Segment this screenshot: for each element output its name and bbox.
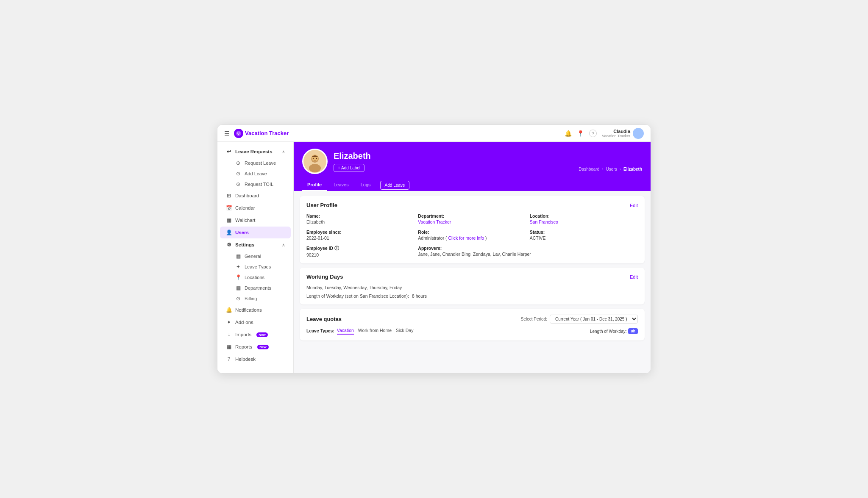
user-profile-card: User Profile Edit Name: Elizabeth Depart… — [300, 196, 645, 263]
leave-quotas-card: Leave quotas Select Period: Current Year… — [300, 309, 645, 340]
content-area: Elizabeth + Add Label Dashboard › Users … — [294, 142, 651, 373]
avatar-svg — [304, 150, 326, 172]
notification-icon[interactable]: 🔔 — [565, 130, 572, 137]
user-avatar[interactable] — [633, 128, 644, 139]
wallchart-icon: ▦ — [226, 217, 232, 223]
user-info: Claudia Vacation Tracker — [602, 128, 644, 139]
svg-point-6 — [309, 164, 321, 172]
leave-type-vacation[interactable]: Vacation — [337, 328, 354, 335]
field-name: Name: Elizabeth — [306, 213, 415, 224]
imports-badge: New — [256, 332, 267, 337]
tab-leaves[interactable]: Leaves — [328, 179, 353, 191]
breadcrumb-elizabeth: Elizabeth — [623, 167, 642, 172]
breadcrumb-area: Dashboard › Users › Elizabeth — [579, 167, 642, 174]
leave-types-icon: ✦ — [235, 264, 241, 270]
add-label-button[interactable]: + Add Label — [334, 164, 364, 172]
notifications-icon: 🔔 — [226, 307, 232, 313]
approvers-value: Jane, Jane, Chandler Bing, Zendaya, Lav,… — [418, 252, 638, 257]
period-select[interactable]: Current Year ( Jan 01 - Dec 31, 2025 ) — [550, 315, 638, 324]
breadcrumb-users[interactable]: Users — [606, 167, 617, 172]
approvers-label: Approvers: — [418, 246, 638, 251]
reports-icon: ▦ — [226, 344, 232, 350]
sidebar-item-add-leave[interactable]: ⊙ Add Leave — [232, 169, 291, 179]
profile-banner-top: Elizabeth + Add Label Dashboard › Users … — [302, 149, 642, 174]
location-value[interactable]: San Francisco — [530, 219, 638, 224]
select-period-area: Select Period: Current Year ( Jan 01 - D… — [521, 315, 638, 324]
sidebar: ↩ Leave Requests ∧ ⊙ Request Leave ⊙ Add… — [217, 142, 294, 373]
workday-badge-area: Length of Workday: 8h — [590, 328, 638, 334]
sidebar-item-users[interactable]: 👤 Users — [220, 227, 291, 238]
working-days-title: Working Days — [306, 274, 343, 280]
name-label: Name: — [306, 213, 415, 219]
location-icon[interactable]: 📍 — [577, 130, 584, 137]
sidebar-item-billing[interactable]: ⊙ Billing — [232, 293, 291, 304]
workday-length-text: Length of Workday (set on San Francisco … — [306, 293, 638, 299]
profile-fields: Name: Elizabeth Department: Vacation Tra… — [306, 213, 638, 257]
breadcrumb-dashboard[interactable]: Dashboard — [579, 167, 599, 172]
settings-icon: ⚙ — [226, 242, 232, 248]
sidebar-item-calendar[interactable]: 📅 Calendar — [220, 202, 291, 214]
sidebar-item-wallchart[interactable]: ▦ Wallchart — [220, 214, 291, 226]
profile-name-area: Elizabeth + Add Label — [334, 151, 573, 172]
sidebar-item-settings[interactable]: ⚙ Settings ∧ — [220, 239, 291, 251]
sidebar-item-dashboard[interactable]: ⊞ Dashboard — [220, 190, 291, 202]
field-employee-since: Employee since: 2022-01-01 — [306, 230, 415, 241]
leave-types-row: Leave Types: Vacation Work from Home Sic… — [306, 328, 638, 335]
working-days-edit[interactable]: Edit — [630, 274, 638, 279]
svg-point-8 — [313, 158, 314, 159]
field-department: Department: Vacation Tracker — [418, 213, 526, 224]
sidebar-item-locations[interactable]: 📍 Locations — [232, 272, 291, 282]
help-icon[interactable]: ? — [589, 130, 597, 137]
top-bar-left: ☰ V Vacation Tracker — [224, 129, 289, 138]
sidebar-item-request-leave[interactable]: ⊙ Request Leave — [232, 158, 291, 168]
working-days-text: Monday, Tuesday, Wednesday, Thursday, Fr… — [306, 285, 638, 290]
sidebar-sub-settings: ▦ General ✦ Leave Types 📍 Locations ▦ De… — [217, 251, 293, 304]
leave-type-tags: Vacation Work from Home Sick Day — [337, 328, 414, 335]
logo-area: V Vacation Tracker — [234, 129, 289, 138]
sidebar-item-departments[interactable]: ▦ Departments — [232, 283, 291, 293]
department-value[interactable]: Vacation Tracker — [418, 219, 526, 224]
profile-banner: Elizabeth + Add Label Dashboard › Users … — [294, 142, 651, 191]
sidebar-item-addons[interactable]: ✦ Add-ons — [220, 316, 291, 328]
leave-type-wfh[interactable]: Work from Home — [358, 328, 392, 335]
logo-svg: V — [236, 130, 242, 136]
sidebar-item-imports[interactable]: ↓ Imports New — [220, 329, 291, 340]
top-bar-right: 🔔 📍 ? Claudia Vacation Tracker — [565, 128, 644, 139]
sidebar-item-request-toil[interactable]: ⊙ Request TOIL — [232, 179, 291, 189]
dashboard-icon: ⊞ — [226, 193, 232, 199]
tab-profile[interactable]: Profile — [302, 179, 327, 191]
locations-icon: 📍 — [235, 274, 241, 280]
add-leave-button[interactable]: Add Leave — [380, 181, 410, 190]
tab-logs[interactable]: Logs — [356, 179, 376, 191]
cards-container: User Profile Edit Name: Elizabeth Depart… — [294, 191, 651, 346]
user-profile-title: User Profile — [306, 202, 337, 208]
user-name: Claudia — [602, 129, 630, 134]
leave-quotas-header: Leave quotas Select Period: Current Year… — [306, 315, 638, 324]
role-label: Role: — [418, 230, 526, 235]
leave-type-sick[interactable]: Sick Day — [396, 328, 413, 335]
main-layout: ↩ Leave Requests ∧ ⊙ Request Leave ⊙ Add… — [217, 142, 651, 373]
sidebar-item-general[interactable]: ▦ General — [232, 251, 291, 261]
employee-id-label: Employee ID ⓘ — [306, 246, 415, 252]
sidebar-item-reports[interactable]: ▦ Reports New — [220, 341, 291, 353]
sidebar-item-helpdesk[interactable]: ? Helpdesk — [220, 353, 291, 365]
profile-name: Elizabeth — [334, 151, 573, 161]
profile-avatar — [302, 149, 328, 174]
hamburger-icon[interactable]: ☰ — [224, 130, 230, 137]
name-value: Elizabeth — [306, 219, 415, 224]
user-profile-edit[interactable]: Edit — [630, 203, 638, 208]
sidebar-item-leave-types[interactable]: ✦ Leave Types — [232, 262, 291, 272]
role-info-link[interactable]: Click for more info — [448, 235, 484, 241]
working-days-card: Working Days Edit Monday, Tuesday, Wedne… — [300, 268, 645, 304]
working-days-card-header: Working Days Edit — [306, 274, 638, 280]
sidebar-item-notifications[interactable]: 🔔 Notifications — [220, 304, 291, 316]
user-text: Claudia Vacation Tracker — [602, 129, 630, 138]
hours-badge: 8h — [628, 328, 638, 334]
sidebar-item-leave-requests[interactable]: ↩ Leave Requests ∧ — [220, 146, 291, 158]
reports-badge: New — [257, 345, 268, 349]
status-label: Status: — [530, 230, 638, 235]
departments-icon: ▦ — [235, 285, 241, 291]
breadcrumb-sep2: › — [620, 167, 621, 172]
breadcrumb-sep1: › — [602, 167, 603, 172]
employee-id-info-icon[interactable]: ⓘ — [334, 246, 339, 251]
